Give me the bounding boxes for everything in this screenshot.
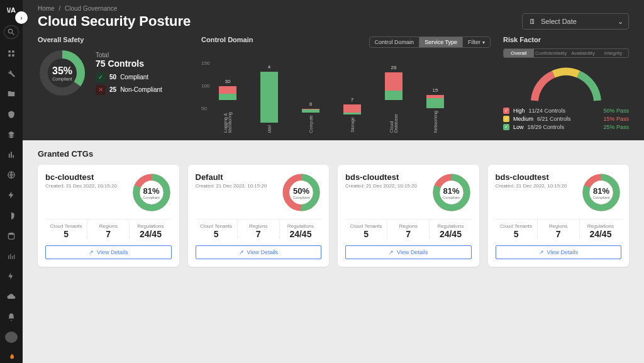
shield-check-icon: ✓ [96, 72, 106, 82]
card-name: bds-cloudtest [345, 172, 417, 182]
search-icon[interactable] [4, 25, 19, 39]
seg-service-type[interactable]: Service Type [419, 37, 463, 47]
ctg-card: bc-cloudtest Created: 21 Dec 2022, 10:15… [38, 165, 179, 267]
globe-icon[interactable] [5, 169, 18, 181]
seg-control-domain[interactable]: Control Domain [370, 37, 420, 47]
card-donut: 50%Compliant [281, 172, 321, 213]
overall-safety-panel: Overall Safety 35% Compliant Total 75 Co… [38, 36, 189, 98]
external-link-icon: ↗ [239, 249, 244, 255]
card-created: Created: 21 Dec 2022, 10:15:20 [496, 183, 567, 189]
card-created: Created: 21 Dec 2022, 10:15:20 [345, 183, 417, 189]
card-name: bds-cloudtest [496, 172, 567, 182]
card-name: Default [196, 172, 267, 182]
view-details-button[interactable]: ↗View Details [45, 245, 172, 259]
card-created: Created: 21 Dec 2022, 10:15:20 [196, 183, 267, 189]
view-details-button[interactable]: ↗View Details [196, 245, 322, 259]
cloud-icon[interactable] [5, 291, 18, 302]
chart-bar: 28 Cloud Database [382, 72, 405, 133]
shield-icon[interactable] [5, 109, 18, 120]
card-name: bc-cloudtest [45, 172, 117, 182]
sidebar-nav: \/A [0, 0, 23, 363]
chart-bar: 7 Storage [341, 104, 364, 133]
external-link-icon: ↗ [539, 249, 544, 255]
risk-factor-panel: Risk Factor Overall Confidentiality Avai… [503, 36, 629, 130]
select-date-button[interactable]: 🗓 Select Date ⌄ [522, 13, 629, 30]
svg-point-1 [8, 233, 14, 235]
compliant-row: ✓ 50 Compliant [96, 72, 162, 82]
tab-availability[interactable]: Availability [568, 49, 598, 57]
granted-ctgs-title: Granted CTGs [38, 149, 629, 159]
card-donut: 81%Compliant [131, 172, 172, 213]
folder-icon[interactable] [5, 88, 18, 99]
risk-gauge [525, 63, 607, 104]
breadcrumb-home[interactable]: Home [38, 5, 55, 12]
chart-bar: 30 Logging & Monitoring [216, 86, 239, 133]
chart-bar: 8 Compute [299, 109, 322, 133]
card-donut: 81%Compliant [581, 172, 621, 213]
ctg-card: bds-cloudtest Created: 21 Dec 2022, 10:1… [338, 165, 479, 267]
external-link-icon: ↗ [389, 249, 394, 255]
view-details-button[interactable]: ↗View Details [496, 245, 622, 259]
ctg-card: bds-cloudtest Created: 21 Dec 2022, 10:1… [488, 165, 630, 267]
noncompliant-row: ✕ 25 Non-Compliant [96, 85, 162, 95]
tab-confidentiality[interactable]: Confidentiality [534, 49, 568, 57]
chevron-down-icon: ⌄ [618, 18, 623, 26]
chart-bar: 4 IAM [258, 72, 280, 133]
page-title: Cloud Security Posture [38, 13, 191, 30]
bell-icon[interactable] [5, 311, 18, 322]
bar-chart-icon[interactable] [5, 149, 18, 160]
breadcrumb: Home / Cloud Governance [38, 5, 629, 12]
shield-x-icon: ✕ [96, 85, 106, 95]
calendar-icon: 🗓 [529, 18, 536, 25]
risk-row: ✓Medium6/21 Controls15% Pass [503, 116, 629, 122]
wrench-icon[interactable] [5, 68, 18, 79]
risk-row: ✓Low18/29 Controls25% Pass [503, 124, 629, 130]
overall-safety-donut: 35% Compliant [38, 48, 87, 98]
view-details-button[interactable]: ↗View Details [345, 245, 472, 259]
seg-filter[interactable]: Filter▾ [463, 37, 490, 47]
risk-row: ✓High11/24 Controls50% Pass [503, 108, 629, 114]
tab-integrity[interactable]: Integrity [598, 49, 628, 57]
half-shield-icon[interactable] [5, 210, 18, 221]
bars-icon[interactable] [5, 250, 18, 262]
sidebar-expand-button[interactable]: › [15, 11, 28, 24]
zap-icon[interactable] [5, 271, 18, 282]
card-created: Created: 21 Dec 2022, 10:15:20 [45, 183, 117, 189]
ctg-card: Default Created: 21 Dec 2022, 10:15:20 5… [188, 165, 330, 267]
chevron-down-icon: ▾ [482, 40, 485, 45]
user-avatar[interactable] [5, 332, 18, 343]
control-domain-panel: Control Domain Control Domain Service Ty… [201, 36, 491, 133]
external-link-icon: ↗ [89, 249, 94, 255]
tab-overall[interactable]: Overall [504, 49, 534, 57]
layers-icon[interactable] [5, 129, 18, 140]
breadcrumb-current[interactable]: Cloud Governance [65, 5, 117, 12]
chart-bar: 15 Networking [424, 95, 447, 133]
dashboard-icon[interactable] [5, 48, 18, 59]
card-donut: 81%Compliant [431, 172, 472, 213]
bolt-icon[interactable] [5, 189, 18, 201]
chart-segment-group: Control Domain Service Type Filter▾ [369, 36, 491, 48]
flame-icon[interactable] [5, 352, 18, 363]
database-icon[interactable] [5, 230, 18, 242]
